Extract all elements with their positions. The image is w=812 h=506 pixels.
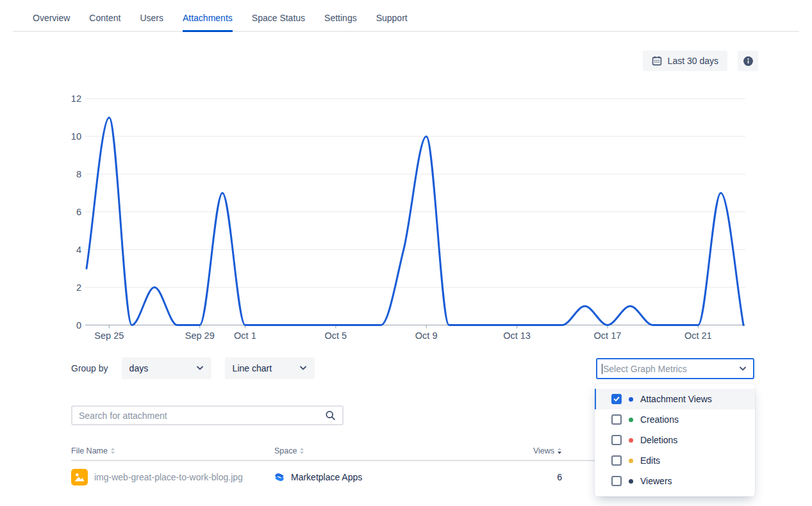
- metric-label: Viewers: [640, 476, 672, 486]
- tab-overview[interactable]: Overview: [33, 13, 70, 31]
- metric-dot: [629, 418, 633, 422]
- space-analytics-tabbar: Overview Content Users Attachments Space…: [13, 13, 799, 32]
- svg-text:4: 4: [76, 245, 81, 255]
- metric-dot: [629, 479, 633, 484]
- svg-text:Sep 29: Sep 29: [185, 331, 215, 341]
- sort-icon: [299, 447, 304, 455]
- metric-option-viewers[interactable]: Viewers: [595, 471, 755, 491]
- metric-dot: [629, 397, 633, 402]
- image-file-icon: [71, 469, 88, 486]
- chevron-down-icon: [299, 366, 307, 371]
- space-cell: Marketplace Apps: [274, 472, 428, 482]
- date-range-button[interactable]: Last 30 days: [643, 51, 727, 71]
- metric-option-attachment-views[interactable]: Attachment Views: [595, 389, 755, 409]
- chart-type-value: Line chart: [233, 363, 272, 373]
- column-label: Views: [533, 446, 554, 455]
- checkbox[interactable]: [611, 455, 622, 466]
- column-header-file-name[interactable]: File Name: [71, 446, 274, 455]
- group-by-value: days: [129, 363, 149, 373]
- sort-icon: [557, 447, 562, 455]
- attachment-search-input[interactable]: Search for attachment: [71, 405, 344, 425]
- chart-type-select[interactable]: Line chart: [225, 357, 315, 379]
- metric-label: Edits: [640, 455, 660, 466]
- calendar-icon: [652, 56, 662, 66]
- graph-metrics-dropdown: Attachment Views Creations Deletions Edi…: [595, 384, 755, 496]
- graph-metrics-combobox[interactable]: Select Graph Metrics: [596, 358, 754, 379]
- column-label: Space: [274, 446, 297, 455]
- chart-controls: Group by days Line chart: [71, 357, 315, 379]
- tab-support[interactable]: Support: [376, 13, 408, 31]
- tab-space-status[interactable]: Space Status: [252, 13, 305, 31]
- metric-option-edits[interactable]: Edits: [595, 450, 755, 471]
- checkbox[interactable]: [611, 435, 622, 445]
- svg-text:Oct 5: Oct 5: [324, 331, 347, 341]
- views-cell: 6: [428, 472, 562, 482]
- chevron-down-icon: [196, 366, 204, 371]
- tab-users[interactable]: Users: [140, 13, 163, 31]
- svg-text:8: 8: [76, 169, 81, 179]
- space-name: Marketplace Apps: [291, 472, 362, 482]
- date-range-label: Last 30 days: [668, 56, 718, 66]
- checkbox[interactable]: [611, 476, 622, 486]
- metric-label: Attachment Views: [640, 394, 712, 404]
- svg-text:Oct 21: Oct 21: [684, 331, 712, 341]
- svg-text:Oct 1: Oct 1: [234, 331, 256, 341]
- metric-option-creations[interactable]: Creations: [595, 409, 755, 430]
- tab-attachments[interactable]: Attachments: [183, 13, 233, 32]
- svg-text:0: 0: [76, 320, 81, 331]
- attachments-chart-svg: 024681012Sep 25Sep 29Oct 1Oct 5Oct 9Oct …: [0, 90, 812, 346]
- svg-text:6: 6: [76, 207, 81, 217]
- search-placeholder: Search for attachment: [79, 411, 325, 421]
- svg-text:Sep 25: Sep 25: [94, 331, 124, 341]
- info-icon: [743, 56, 754, 67]
- column-header-space[interactable]: Space: [274, 446, 428, 455]
- text-cursor: [602, 364, 602, 374]
- svg-text:Oct 13: Oct 13: [503, 331, 531, 341]
- svg-text:2: 2: [76, 282, 81, 293]
- file-name: img-web-great-place-to-work-blog.jpg: [94, 472, 243, 482]
- svg-text:Oct 17: Oct 17: [594, 331, 622, 341]
- chevron-down-icon: [739, 366, 747, 371]
- sort-icon: [110, 447, 115, 455]
- svg-text:Oct 9: Oct 9: [415, 331, 438, 341]
- graph-metrics-placeholder: Select Graph Metrics: [603, 364, 739, 374]
- tab-content[interactable]: Content: [89, 13, 120, 31]
- info-button[interactable]: [738, 51, 758, 71]
- tab-settings[interactable]: Settings: [324, 13, 357, 31]
- column-header-views[interactable]: Views: [428, 446, 562, 455]
- metric-option-deletions[interactable]: Deletions: [595, 430, 755, 450]
- metric-dot: [629, 459, 633, 463]
- confluence-logo-icon: [274, 472, 285, 482]
- group-by-label: Group by: [71, 363, 108, 373]
- checkbox[interactable]: [611, 414, 622, 425]
- metric-dot: [629, 438, 633, 443]
- attachments-chart: 024681012Sep 25Sep 29Oct 1Oct 5Oct 9Oct …: [0, 90, 812, 346]
- search-icon[interactable]: [325, 410, 336, 421]
- column-label: File Name: [71, 446, 108, 455]
- group-by-select[interactable]: days: [122, 357, 211, 379]
- svg-text:10: 10: [71, 131, 81, 142]
- toolbar: Last 30 days: [643, 51, 758, 71]
- metric-label: Creations: [640, 414, 679, 425]
- metric-label: Deletions: [640, 435, 677, 445]
- checkbox[interactable]: [611, 394, 622, 404]
- svg-text:12: 12: [71, 94, 81, 104]
- views-value: 6: [428, 472, 562, 482]
- file-cell: img-web-great-place-to-work-blog.jpg: [71, 469, 274, 486]
